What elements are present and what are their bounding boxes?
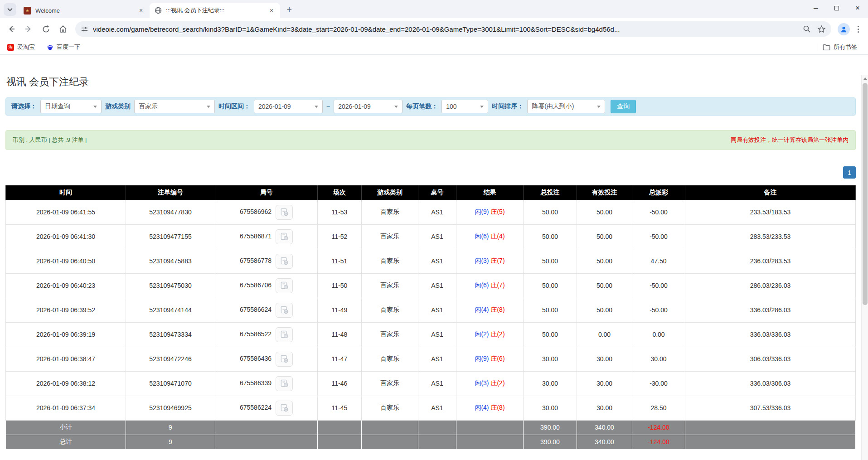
video-replay-button[interactable] — [276, 205, 293, 220]
all-bookmarks-button[interactable]: 所有书签 — [823, 43, 857, 51]
reload-button[interactable] — [38, 21, 53, 37]
query-button[interactable]: 查询 — [611, 100, 636, 113]
result-banker: 庄(5) — [490, 208, 504, 215]
date-start-select[interactable]: 2026-01-09 — [254, 100, 323, 113]
back-button[interactable] — [4, 21, 19, 37]
query-type-select[interactable]: 日期查询 — [40, 100, 102, 113]
sort-select[interactable]: 降幂(由大到小) — [527, 100, 605, 113]
footer-cell: -124.00 — [632, 420, 685, 435]
cell-time: 2026-01-09 06:37:34 — [6, 396, 126, 420]
bookmark-taobao[interactable]: 淘 爱淘宝 — [7, 43, 35, 51]
column-header: 总派彩 — [632, 185, 685, 200]
forward-button[interactable] — [21, 21, 36, 37]
cell-round-id: 675586224 — [215, 396, 318, 420]
page-scrollbar[interactable] — [861, 75, 868, 460]
cell-payout: -50.00 — [632, 273, 685, 298]
tab-close-icon[interactable]: × — [137, 6, 145, 15]
video-replay-button[interactable] — [276, 327, 293, 342]
cell-total-bet: 30.00 — [524, 396, 577, 420]
scroll-up-arrow[interactable] — [862, 75, 868, 82]
video-replay-button[interactable] — [276, 278, 293, 293]
tab-welcome[interactable]: ♠ Welcome × — [19, 3, 150, 18]
cell-bet-id: 523109472246 — [126, 347, 215, 371]
video-replay-button[interactable] — [276, 401, 293, 416]
round-id-text: 675586624 — [240, 306, 272, 313]
page-size-select[interactable]: 100 — [441, 100, 488, 113]
column-header: 时间 — [6, 185, 126, 200]
column-header: 总投注 — [524, 185, 577, 200]
scrollbar-thumb[interactable] — [863, 83, 868, 305]
zoom-icon[interactable] — [803, 25, 811, 33]
query-type-value: 日期查询 — [45, 102, 70, 111]
cell-session: 11-50 — [318, 273, 362, 298]
filter-bar: 请选择： 日期查询 游戏类别 百家乐 时间区间： 2026-01-09 ~ 20… — [5, 97, 856, 116]
column-header: 桌号 — [418, 185, 456, 200]
footer-cell — [685, 435, 856, 449]
date-end-select[interactable]: 2026-01-09 — [334, 100, 402, 113]
cell-total-bet: 50.00 — [524, 200, 577, 224]
cell-payout: 28.50 — [632, 396, 685, 420]
profile-avatar[interactable] — [838, 23, 850, 35]
result-banker: 庄(6) — [490, 355, 504, 362]
video-replay-button[interactable] — [276, 376, 293, 391]
cell-remark: 336.03/286.03 — [685, 298, 856, 322]
bookmark-star-icon[interactable] — [817, 25, 826, 34]
cell-result: 闲(6) 庄(4) — [456, 224, 524, 249]
cell-table-no: AS1 — [418, 200, 456, 224]
menu-kebab-icon[interactable] — [853, 24, 863, 34]
tab-search-button[interactable] — [4, 3, 16, 16]
footer-label: 总计 — [6, 435, 126, 449]
game-kind-select[interactable]: 百家乐 — [134, 100, 215, 113]
cell-valid-bet: 50.00 — [577, 200, 632, 224]
result-player: 闲(4) — [475, 404, 489, 411]
url-text[interactable]: videoie.com/game/betrecord_search/kind3?… — [93, 25, 798, 33]
column-header: 备注 — [685, 185, 856, 200]
footer-cell — [685, 420, 856, 435]
cell-game-kind: 百家乐 — [362, 273, 418, 298]
footer-cell — [215, 435, 318, 449]
page-title: 视讯 会员下注纪录 — [6, 75, 861, 89]
bookmark-baidu[interactable]: 百度一下 — [47, 43, 80, 51]
tab-close-icon[interactable]: × — [267, 6, 276, 15]
cell-result: 闲(4) 庄(8) — [456, 396, 524, 420]
home-button[interactable] — [55, 21, 71, 37]
site-info-icon[interactable] — [81, 25, 88, 33]
person-icon — [840, 25, 848, 33]
warning-note: 同局有效投注，统一计算在该局第一张注单内 — [731, 136, 849, 144]
cell-session: 11-51 — [318, 249, 362, 273]
new-tab-button[interactable]: + — [283, 3, 296, 16]
address-bar[interactable]: videoie.com/game/betrecord_search/kind3?… — [75, 21, 831, 37]
cell-total-bet: 30.00 — [524, 371, 577, 396]
video-replay-button[interactable] — [276, 352, 293, 367]
maximize-button[interactable] — [826, 0, 847, 16]
reload-icon — [42, 25, 50, 34]
cell-remark: 283.53/233.53 — [685, 224, 856, 249]
close-button[interactable]: × — [847, 0, 868, 16]
round-id-text: 675586224 — [240, 404, 272, 411]
browser-toolbar: videoie.com/game/betrecord_search/kind3?… — [0, 18, 868, 40]
chevron-down-icon — [93, 106, 97, 108]
round-id-text: 675586871 — [240, 232, 272, 240]
footer-label: 小计 — [6, 420, 126, 435]
footer-cell — [418, 420, 456, 435]
globe-icon — [154, 7, 162, 15]
chevron-down-icon — [394, 106, 398, 108]
cell-remark: 306.03/336.03 — [685, 347, 856, 371]
page-button-1[interactable]: 1 — [843, 166, 856, 179]
web-page: 视讯 会员下注纪录 请选择： 日期查询 游戏类别 百家乐 时间区间： 2026-… — [0, 75, 868, 460]
footer-cell: 9 — [126, 420, 215, 435]
video-replay-button[interactable] — [276, 254, 293, 269]
video-replay-button[interactable] — [276, 229, 293, 244]
table-row: 2026-01-09 06:41:30523109477155675586871… — [6, 224, 856, 249]
tab-betrecord[interactable]: :::视讯 会员下注纪录::: × — [150, 3, 280, 18]
video-replay-button[interactable] — [276, 303, 293, 318]
cell-table-no: AS1 — [418, 396, 456, 420]
table-row: 2026-01-09 06:39:19523109473334675586522… — [6, 322, 856, 347]
cell-valid-bet: 30.00 — [577, 347, 632, 371]
minimize-button[interactable]: ─ — [805, 0, 826, 16]
cell-table-no: AS1 — [418, 273, 456, 298]
cell-result: 闲(2) 庄(2) — [456, 322, 524, 347]
cell-table-no: AS1 — [418, 298, 456, 322]
cell-bet-id: 523109469925 — [126, 396, 215, 420]
cell-round-id: 675586778 — [215, 249, 318, 273]
